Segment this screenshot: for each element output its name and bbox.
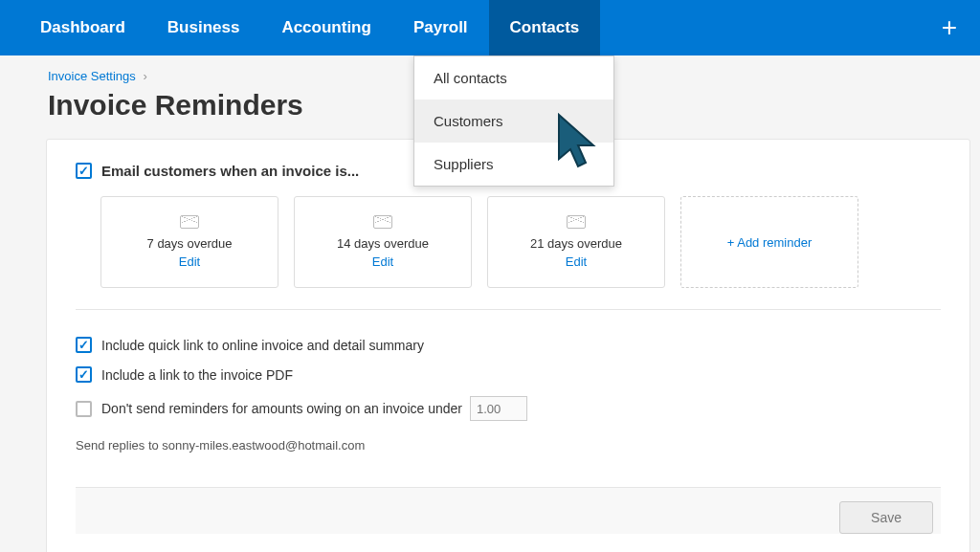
save-footer: Save <box>76 487 941 534</box>
dropdown-customers[interactable]: Customers <box>414 99 613 143</box>
dropdown-suppliers[interactable]: Suppliers <box>414 143 613 186</box>
save-button[interactable]: Save <box>839 501 933 534</box>
settings-panel: Email customers when an invoice is... 7 … <box>46 139 970 552</box>
breadcrumb-separator: › <box>143 69 146 83</box>
contacts-dropdown: All contacts Customers Suppliers <box>413 55 614 187</box>
edit-reminder-link[interactable]: Edit <box>179 254 200 269</box>
nav-contacts[interactable]: Contacts <box>489 0 601 55</box>
threshold-amount-input[interactable] <box>470 396 527 421</box>
reminder-text: 7 days overdue <box>147 236 233 251</box>
nav-dashboard[interactable]: Dashboard <box>19 0 146 55</box>
pdflink-checkbox[interactable] <box>76 366 92 383</box>
quicklink-label: Include quick link to online invoice and… <box>101 338 424 353</box>
reminder-text: 14 days overdue <box>337 236 429 251</box>
edit-reminder-link[interactable]: Edit <box>372 254 393 269</box>
reminder-card: 14 days overdue Edit <box>294 196 472 288</box>
envelope-icon <box>373 215 392 229</box>
add-reminder-button[interactable]: + Add reminder <box>680 196 858 288</box>
nav-add-button[interactable]: + <box>942 12 957 43</box>
reminder-cards-row: 7 days overdue Edit 14 days overdue Edit… <box>76 196 941 310</box>
add-reminder-label: + Add reminder <box>727 235 813 250</box>
nav-payroll[interactable]: Payroll <box>392 0 489 55</box>
pdflink-label: Include a link to the invoice PDF <box>101 367 293 383</box>
reminder-text: 21 days overdue <box>530 236 622 251</box>
dropdown-all-contacts[interactable]: All contacts <box>414 56 613 99</box>
envelope-icon <box>180 215 199 229</box>
threshold-checkbox[interactable] <box>76 401 92 417</box>
quicklink-checkbox[interactable] <box>76 337 92 353</box>
nav-accounting[interactable]: Accounting <box>260 0 392 55</box>
breadcrumb-parent[interactable]: Invoice Settings <box>48 69 136 83</box>
envelope-icon <box>567 215 586 229</box>
reminder-card: 21 days overdue Edit <box>487 196 665 288</box>
edit-reminder-link[interactable]: Edit <box>566 254 587 269</box>
threshold-label: Don't send reminders for amounts owing o… <box>101 401 462 416</box>
email-customers-label: Email customers when an invoice is... <box>101 163 359 179</box>
nav-business[interactable]: Business <box>146 0 261 55</box>
email-customers-checkbox[interactable] <box>76 163 92 179</box>
top-navigation: Dashboard Business Accounting Payroll Co… <box>0 0 980 55</box>
replies-email-text: Send replies to sonny-miles.eastwood@hot… <box>76 438 941 453</box>
reminder-card: 7 days overdue Edit <box>100 196 278 288</box>
